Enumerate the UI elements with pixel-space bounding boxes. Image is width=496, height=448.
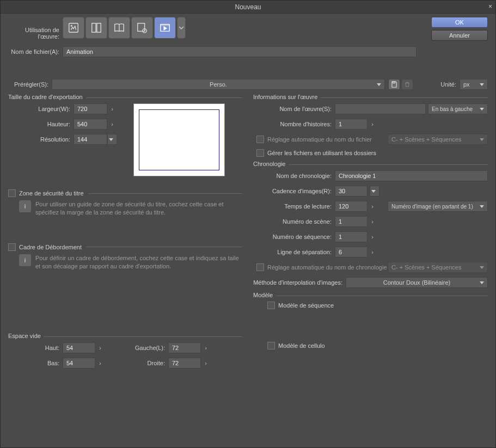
blank-left-input[interactable]: 72 [168,342,201,353]
timeline-group-label: Chronologie [253,161,289,167]
preset-value: Perso. [210,81,227,88]
preset-select[interactable]: Perso. [52,79,385,90]
svg-rect-3 [97,23,101,33]
blank-bottom-label: Bas: [8,360,63,366]
template-group-label: Modèle [253,292,276,298]
resolution-input[interactable]: 144 [74,134,107,145]
stories-stepper[interactable]: › [368,119,377,130]
window-title: Nouveau [235,3,261,11]
blank-right-stepper[interactable]: › [201,358,211,369]
overflow-help: Pour définir un cadre de débordement, co… [35,254,242,271]
fps-input[interactable]: 30 [335,186,368,197]
usage-label: Utilisation de l'œuvre: [8,17,63,40]
tl-name-label: Nom de chronologie: [253,173,335,179]
svg-rect-8 [393,82,395,83]
seq-stepper[interactable]: › [368,231,377,242]
blank-space-group: Espace vide Haut: 54 › Bas: 54 › [8,336,242,373]
autoname-pattern-value: C- + Scènes + Séquences [391,136,461,143]
autoname-label: Réglage automatique du nom du fichier [267,136,372,143]
interp-select[interactable]: Contour Doux (Bilinéaire) [346,277,488,288]
sep-input[interactable]: 6 [335,247,368,257]
blank-left-label: Gauche(L): [119,345,168,351]
play-mode-value: Numéro d'image (en partant de 1) [391,204,473,210]
blank-left-stepper[interactable]: › [201,342,211,353]
blank-bottom-stepper[interactable]: › [95,358,105,369]
name-position-select[interactable]: En bas à gauche [428,103,488,114]
work-name-input[interactable] [335,103,426,114]
ok-button[interactable]: OK [431,17,488,28]
new-dialog: Nouveau × Utilisation de l'œuvre: [0,0,496,448]
interp-label: Méthode d'interpolation d'images: [253,279,346,286]
scene-stepper[interactable]: › [368,216,377,227]
cancel-button[interactable]: Annuler [431,30,488,41]
usage-more-dropdown[interactable] [177,17,186,39]
unit-label: Unité: [440,81,460,88]
autoname-checkbox[interactable] [256,136,264,143]
tpl-cel-label: Modèle de cellulo [278,342,325,349]
timeline-group: Chronologie Nom de chronologie: Chronolo… [253,164,488,288]
scene-input[interactable]: 1 [335,216,368,227]
filename-input[interactable]: Animation [63,46,417,57]
comic-icon[interactable] [85,17,107,39]
tpl-seq-label: Modèle de séquence [278,302,334,309]
stories-label: Nombre d'histoires: [253,121,335,127]
svg-rect-2 [92,23,96,33]
animation-icon[interactable] [154,17,176,39]
book-icon[interactable] [108,17,130,39]
delete-preset-icon[interactable] [401,79,413,90]
svg-rect-7 [161,24,170,26]
play-label: Temps de lecture: [253,203,335,210]
play-mode-select[interactable]: Numéro d'image (en partant de 1) [388,201,488,212]
export-size-group: Taille du cadre d'exportation Largeur(W)… [8,97,242,176]
tl-name-input[interactable]: Chronologie 1 [335,170,488,181]
filename-label: Nom de fichier(A): [8,48,63,55]
export-size-label: Taille du cadre d'exportation [8,94,86,100]
blank-top-input[interactable]: 54 [63,342,95,353]
svg-rect-0 [69,23,78,33]
folders-checkbox[interactable] [256,149,264,157]
illustration-icon[interactable] [63,17,84,39]
blank-top-stepper[interactable]: › [95,342,105,353]
tpl-cel-checkbox[interactable] [267,342,275,349]
overflow-label: Cadre de Débordement [19,244,82,250]
width-input[interactable]: 720 [74,103,107,114]
unit-select[interactable]: px [460,79,488,90]
preset-label: Prérégler(S): [8,81,52,88]
fps-dropdown[interactable] [370,186,379,197]
tpl-seq-checkbox[interactable] [267,302,275,309]
safezone-label: Zone de sécurité du titre [19,190,84,197]
work-info-group: Informations sur l'œuvre Nom de l'œuvre(… [253,97,488,157]
titlebar: Nouveau × [1,1,495,14]
folders-label: Gérer les fichiers en utilisant les doss… [267,150,376,156]
blank-space-label: Espace vide [8,333,44,339]
cancel-label: Annuler [449,32,470,39]
save-preset-icon[interactable] [388,79,400,90]
stories-input[interactable]: 1 [335,119,368,130]
name-position-value: En bas à gauche [432,106,473,112]
resolution-dropdown[interactable] [107,134,117,145]
safezone-checkbox[interactable] [8,189,16,197]
width-stepper[interactable]: › [107,103,117,114]
settings-page-icon[interactable] [131,17,153,39]
unit-value: px [463,81,470,88]
height-input[interactable]: 540 [74,119,107,130]
safezone-help: Pour utiliser un guide de zone de sécuri… [35,200,242,217]
blank-bottom-input[interactable]: 54 [63,358,95,369]
height-stepper[interactable]: › [107,119,117,130]
overflow-checkbox[interactable] [8,243,16,251]
resolution-label: Résolution: [8,136,74,143]
canvas-preview [133,103,225,176]
info-icon: i [19,200,31,212]
scene-label: Numéro de scène: [253,218,335,225]
close-icon[interactable]: × [488,3,492,10]
sep-stepper[interactable]: › [368,247,377,257]
template-group: Modèle Modèle de séquence Modèle de cell… [253,296,488,349]
play-stepper[interactable]: › [368,201,377,212]
auto-tlname-pattern-value: C- + Scènes + Séquences [391,264,461,271]
ok-label: OK [455,19,464,26]
play-input[interactable]: 120 [335,201,368,212]
blank-right-input[interactable]: 72 [168,358,201,369]
auto-tlname-checkbox[interactable] [256,263,264,271]
seq-input[interactable]: 1 [335,231,368,242]
blank-top-label: Haut: [8,345,63,351]
